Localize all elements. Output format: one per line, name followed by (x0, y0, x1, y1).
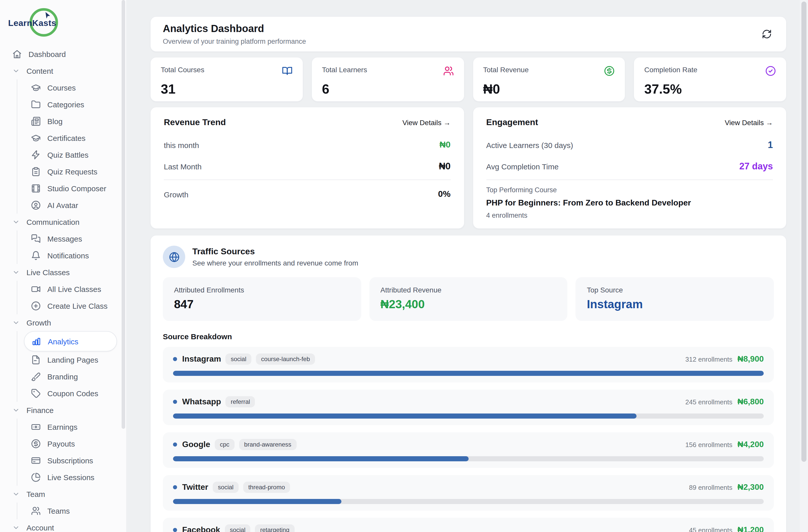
globe-icon (163, 246, 185, 268)
stat-label: Total Revenue (483, 65, 529, 74)
traffic-sources-card: Traffic Sources See where your enrollmen… (150, 235, 787, 532)
view-details-link[interactable]: View Details → (403, 118, 451, 127)
attributed-revenue-box: Attributed Revenue ₦23,400 (369, 277, 567, 321)
engagement-card: Engagement View Details → Active Learner… (473, 107, 787, 229)
sidebar-item-studio-composer[interactable]: Studio Composer (31, 180, 126, 197)
sidebar-item-blog[interactable]: Blog (31, 113, 126, 130)
source-row-twitter: Twitter social thread-promo 89 enrollmen… (163, 475, 774, 511)
sidebar-item-categories[interactable]: Categories (31, 96, 126, 113)
check-circle-icon (765, 65, 776, 76)
section-children-live-classes: All Live Classes Create Live Class (17, 281, 126, 314)
sidebar-item-label: Earnings (47, 423, 77, 431)
sidebar-item-label: Courses (47, 83, 76, 92)
section-label: Content (26, 66, 53, 75)
progress-track (173, 371, 764, 376)
progress-fill (173, 499, 342, 504)
sidebar-item-dashboard[interactable]: Dashboard (0, 46, 126, 62)
kv-value: 27 days (739, 161, 773, 172)
sidebar-item-label: Certificates (47, 134, 86, 142)
brush-icon (31, 372, 41, 381)
sidebar-item-live-sessions[interactable]: Live Sessions (31, 469, 126, 486)
sidebar-item-all-live-classes[interactable]: All Live Classes (31, 281, 126, 298)
source-badge: social (213, 482, 239, 493)
middle-row: Revenue Trend View Details → this month … (150, 107, 787, 229)
newspaper-icon (31, 116, 41, 126)
home-icon (12, 49, 22, 59)
sidebar-section-account[interactable]: Account (0, 519, 126, 532)
section-children-team: Teams (17, 502, 126, 519)
progress-track (173, 414, 764, 419)
view-details-link[interactable]: View Details → (725, 118, 773, 127)
section-label: Live Classes (26, 268, 70, 277)
sidebar-section-growth[interactable]: Growth (0, 314, 126, 331)
sidebar-item-certificates[interactable]: Certificates (31, 130, 126, 147)
sidebar-item-landing-pages[interactable]: Landing Pages (31, 352, 126, 368)
card-title: Engagement (486, 117, 538, 128)
sidebar-item-payouts[interactable]: Payouts (31, 435, 126, 452)
source-name: Instagram (182, 355, 221, 364)
kv-row: this month ₦0 (164, 137, 451, 153)
stats-row: Total Courses 31 Total Learners 6 Total … (150, 57, 787, 102)
stat-card-total-revenue: Total Revenue ₦0 (473, 57, 626, 102)
page-scrollbar-thumb[interactable] (802, 1, 807, 462)
attributed-enrollments-box: Attributed Enrollments 847 (163, 277, 361, 321)
stat-card-completion-rate: Completion Rate 37.5% (634, 57, 787, 102)
logo[interactable]: LearnKasts (0, 0, 126, 45)
sidebar-section-team[interactable]: Team (0, 486, 126, 502)
source-enrollments: 89 enrollments (689, 483, 732, 491)
app: LearnKasts Dashboard Content Courses Cat… (0, 0, 808, 532)
sidebar-section-live-classes[interactable]: Live Classes (0, 264, 126, 281)
sidebar-item-courses[interactable]: Courses (31, 79, 126, 96)
sidebar-item-teams[interactable]: Teams (31, 502, 126, 519)
users-icon (31, 506, 41, 516)
chevron-down-icon (12, 490, 20, 498)
sidebar-item-label: Subscriptions (47, 456, 93, 465)
sidebar-item-subscriptions[interactable]: Subscriptions (31, 452, 126, 469)
kv-label: Avg Completion Time (486, 162, 559, 171)
sidebar-item-label: Live Sessions (47, 473, 94, 482)
sidebar-item-earnings[interactable]: Earnings (31, 419, 126, 435)
kv-value: 1 (768, 139, 773, 150)
source-row-whatsapp: Whatsapp referral 245 enrollments ₦6,800 (163, 390, 774, 425)
sidebar-item-ai-avatar[interactable]: AI Avatar (31, 197, 126, 214)
section-label: Account (26, 524, 54, 532)
pie-chart-icon (31, 473, 41, 482)
sidebar-section-communication[interactable]: Communication (0, 214, 126, 230)
sidebar-item-messages[interactable]: Messages (31, 230, 126, 247)
video-icon (31, 284, 41, 294)
sidebar-item-label: Blog (47, 117, 62, 126)
users-icon (443, 65, 454, 76)
section-label: Growth (26, 318, 51, 327)
tag-icon (31, 388, 41, 398)
sidebar-section-finance[interactable]: Finance (0, 402, 126, 419)
tbox-value: ₦23,400 (380, 298, 556, 311)
sidebar-section-content[interactable]: Content (0, 62, 126, 79)
sidebar-item-coupon-codes[interactable]: Coupon Codes (31, 385, 126, 402)
sidebar-item-label: Teams (47, 507, 70, 515)
sidebar-item-notifications[interactable]: Notifications (31, 247, 126, 264)
source-enrollments: 312 enrollments (685, 355, 732, 363)
sidebar-item-label: Quiz Battles (47, 151, 89, 159)
sidebar: LearnKasts Dashboard Content Courses Cat… (0, 0, 126, 532)
source-badge: brand-awareness (239, 439, 296, 450)
sidebar-item-quiz-requests[interactable]: Quiz Requests (31, 163, 126, 180)
chevron-down-icon (12, 524, 20, 532)
source-dot (173, 528, 177, 532)
sidebar-item-create-live-class[interactable]: Create Live Class (31, 298, 126, 314)
refresh-button[interactable] (760, 27, 774, 41)
source-enrollments: 45 enrollments (689, 526, 732, 532)
page-scrollbar-track[interactable] (800, 0, 808, 532)
sidebar-item-branding[interactable]: Branding (31, 368, 126, 385)
section-children-finance: Earnings Payouts Subscriptions Live Sess… (17, 419, 126, 486)
plus-circle-icon (31, 301, 41, 311)
sidebar-item-label: Messages (47, 234, 82, 243)
source-badge: social (225, 525, 250, 532)
sidebar-item-label: Create Live Class (47, 302, 108, 310)
source-dot (173, 400, 177, 404)
chevron-down-icon (12, 67, 20, 75)
sidebar-item-quiz-battles[interactable]: Quiz Battles (31, 147, 126, 163)
sidebar-item-analytics[interactable]: Analytics (24, 331, 117, 352)
progress-track (173, 499, 764, 504)
sidebar-scrollbar[interactable] (122, 0, 125, 429)
progress-fill (173, 371, 764, 376)
